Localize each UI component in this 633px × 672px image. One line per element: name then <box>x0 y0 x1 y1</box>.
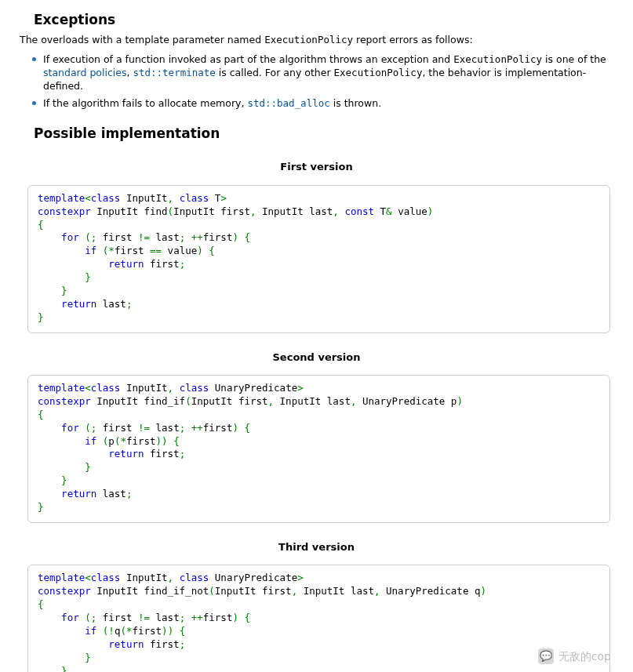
link-standard-policies[interactable]: standard policies <box>43 67 127 78</box>
exceptions-list: If execution of a function invoked as pa… <box>32 53 613 111</box>
code-block: template<class InputIt, class UnaryPredi… <box>27 565 610 672</box>
version-title: Third version <box>20 540 613 554</box>
text: is called. For any other <box>216 67 334 78</box>
intro-prefix: The overloads with a template parameter … <box>20 34 264 45</box>
text: If the algorithm fails to allocate memor… <box>43 97 247 109</box>
intro-suffix: report errors as follows: <box>353 34 473 45</box>
heading-exceptions: Exceptions <box>34 11 613 29</box>
intro-paragraph: The overloads with a template parameter … <box>20 34 613 47</box>
text: is one of the <box>542 53 606 65</box>
heading-implementation: Possible implementation <box>34 125 613 143</box>
code-block: template<class InputIt, class UnaryPredi… <box>27 375 610 523</box>
intro-code: ExecutionPolicy <box>264 34 353 45</box>
text: If execution of a function invoked as pa… <box>43 53 453 65</box>
version-title: Second version <box>20 351 613 365</box>
version-title: First version <box>20 160 613 174</box>
list-item: If the algorithm fails to allocate memor… <box>32 97 613 111</box>
code-block: template<class InputIt, class T> constex… <box>27 185 610 333</box>
list-item: If execution of a function invoked as pa… <box>32 53 613 93</box>
text: is thrown. <box>330 97 381 109</box>
link-std-bad-alloc[interactable]: std::bad_alloc <box>247 97 329 109</box>
inline-code: ExecutionPolicy <box>453 53 542 65</box>
versions-container: First versiontemplate<class InputIt, cla… <box>20 160 613 672</box>
inline-code: ExecutionPolicy <box>334 67 423 78</box>
link-std-terminate[interactable]: std::terminate <box>133 67 215 78</box>
